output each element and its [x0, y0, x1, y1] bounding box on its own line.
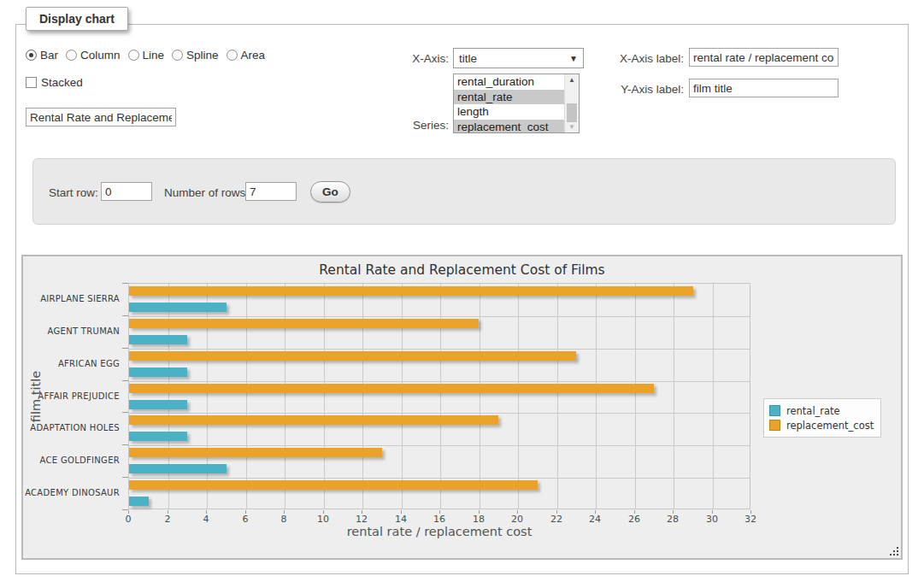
- x-axis-tick: [750, 510, 751, 514]
- x-tick-label-30: 30: [695, 514, 729, 525]
- gridline-x-12: [362, 284, 363, 509]
- x-axis-tick: [556, 510, 557, 514]
- x-axis-tick: [673, 510, 674, 514]
- x-tick-label-8: 8: [267, 514, 301, 525]
- x-tick-label-18: 18: [462, 514, 496, 525]
- start-row-label: Start row:: [49, 186, 98, 199]
- series-select-label: Series:: [380, 119, 449, 132]
- x-tick-label-26: 26: [617, 514, 651, 525]
- bar-replacement_cost-ace-goldfinger: [129, 448, 382, 457]
- radio-label: Line: [143, 49, 165, 62]
- gridline-x-14: [402, 284, 403, 509]
- series-listbox[interactable]: rental_durationrental_ratelengthreplacem…: [453, 73, 580, 133]
- stacked-checkbox[interactable]: [26, 77, 37, 88]
- x-axis-tick: [517, 510, 518, 514]
- bar-rental_rate-adaptation-holes: [129, 432, 187, 441]
- scrollbar-thumb[interactable]: [567, 103, 577, 122]
- x-axis-tick: [634, 510, 635, 514]
- chart-type-radio-column[interactable]: Column: [66, 49, 121, 62]
- y-axis-label-label: Y-Axis label:: [607, 83, 684, 96]
- app-screen: Display chart BarColumnLineSplineArea St…: [0, 0, 924, 582]
- y-axis-tick: [122, 509, 128, 510]
- bar-rental_rate-academy-dinosaur: [129, 497, 149, 506]
- x-axis-tick: [712, 510, 713, 514]
- x-axis-tick: [479, 510, 480, 514]
- gridline-x-26: [635, 284, 636, 509]
- chart-type-radio-bar[interactable]: Bar: [26, 49, 58, 62]
- radio-selected-dot: [29, 53, 33, 57]
- x-tick-label-4: 4: [189, 514, 223, 525]
- fieldset-legend: Display chart: [26, 7, 128, 31]
- x-tick-label-32: 32: [733, 514, 768, 525]
- gridline-category-boundary: [129, 316, 750, 317]
- x-tick-label-6: 6: [228, 514, 262, 525]
- x-axis-tick: [323, 510, 324, 514]
- y-axis-label-input[interactable]: [689, 79, 839, 97]
- gridline-x-22: [557, 284, 558, 509]
- category-label: AFFAIR PREJUDICE: [23, 391, 120, 401]
- gridline-x-20: [518, 284, 519, 509]
- bar-replacement_cost-affair-prejudice: [129, 384, 654, 393]
- listbox-scrollbar[interactable]: ▲ ▼: [564, 74, 579, 132]
- x-axis-select[interactable]: title ▼: [453, 48, 584, 68]
- bar-rental_rate-airplane-sierra: [129, 303, 227, 312]
- category-label: ACE GOLDFINGER: [23, 456, 120, 465]
- x-axis-tick: [595, 510, 596, 514]
- chart-x-axis-title: rental rate / replacement cost: [128, 525, 750, 538]
- legend-label: replacement_cost: [786, 420, 874, 432]
- gridline-x-28: [674, 284, 674, 509]
- legend-label: rental_rate: [786, 405, 840, 417]
- gridline-category-boundary: [129, 478, 750, 479]
- chart-type-radio-area[interactable]: Area: [227, 49, 266, 62]
- x-axis-select-label: X-Axis:: [380, 52, 449, 65]
- number-of-rows-input[interactable]: [245, 182, 297, 201]
- y-axis-tick: [122, 477, 128, 478]
- bar-rental_rate-affair-prejudice: [129, 400, 187, 409]
- legend-item-rental_rate: rental_rate: [769, 403, 874, 418]
- x-axis-tick: [245, 510, 246, 514]
- radio-label: Spline: [186, 49, 219, 62]
- start-row-input[interactable]: [101, 182, 152, 201]
- x-axis-tick: [168, 510, 168, 514]
- y-axis-tick: [122, 348, 128, 349]
- chart-type-radio-spline[interactable]: Spline: [172, 49, 219, 62]
- series-option-rental_duration[interactable]: rental_duration: [454, 74, 564, 90]
- bar-replacement_cost-airplane-sierra: [129, 286, 693, 296]
- series-option-length[interactable]: length: [454, 104, 564, 120]
- scroll-up-icon[interactable]: ▲: [565, 74, 579, 85]
- chevron-down-icon: ▼: [569, 54, 578, 63]
- bar-replacement_cost-agent-truman: [129, 319, 479, 328]
- resize-grip-icon[interactable]: [889, 546, 899, 556]
- go-button[interactable]: Go: [310, 181, 350, 203]
- category-label: ADAPTATION HOLES: [23, 423, 120, 432]
- y-axis-tick: [122, 444, 128, 445]
- x-tick-label-10: 10: [306, 514, 340, 525]
- x-tick-label-20: 20: [500, 514, 534, 525]
- stacked-label: Stacked: [41, 76, 83, 89]
- radio-label: Bar: [40, 49, 58, 62]
- radio-icon: [26, 50, 37, 61]
- chart-title-input[interactable]: [26, 108, 176, 126]
- radio-label: Area: [241, 49, 266, 62]
- x-axis-tick: [206, 510, 207, 514]
- bar-rental_rate-ace-goldfinger: [129, 464, 227, 473]
- bar-replacement_cost-adaptation-holes: [129, 415, 498, 425]
- radio-icon: [128, 50, 139, 61]
- chart-type-radio-line[interactable]: Line: [128, 49, 165, 62]
- legend-swatch-icon: [769, 420, 780, 431]
- series-option-replacement_cost[interactable]: replacement_cost: [454, 120, 564, 134]
- x-tick-label-12: 12: [344, 514, 379, 525]
- chart-legend: rental_ratereplacement_cost: [763, 398, 881, 438]
- y-axis-tick: [122, 315, 128, 316]
- scroll-down-icon[interactable]: ▼: [565, 121, 579, 132]
- series-option-rental_rate[interactable]: rental_rate: [454, 90, 564, 105]
- gridline-x-6: [246, 284, 247, 509]
- gridline-x-30: [713, 284, 714, 509]
- y-axis-tick: [122, 412, 128, 413]
- x-axis-tick: [439, 510, 440, 514]
- x-axis-label-input[interactable]: [689, 48, 839, 67]
- x-axis-tick: [284, 510, 285, 514]
- legend-swatch-icon: [769, 405, 780, 416]
- x-tick-label-24: 24: [578, 514, 612, 525]
- chart-type-radio-group: BarColumnLineSplineArea: [26, 49, 265, 62]
